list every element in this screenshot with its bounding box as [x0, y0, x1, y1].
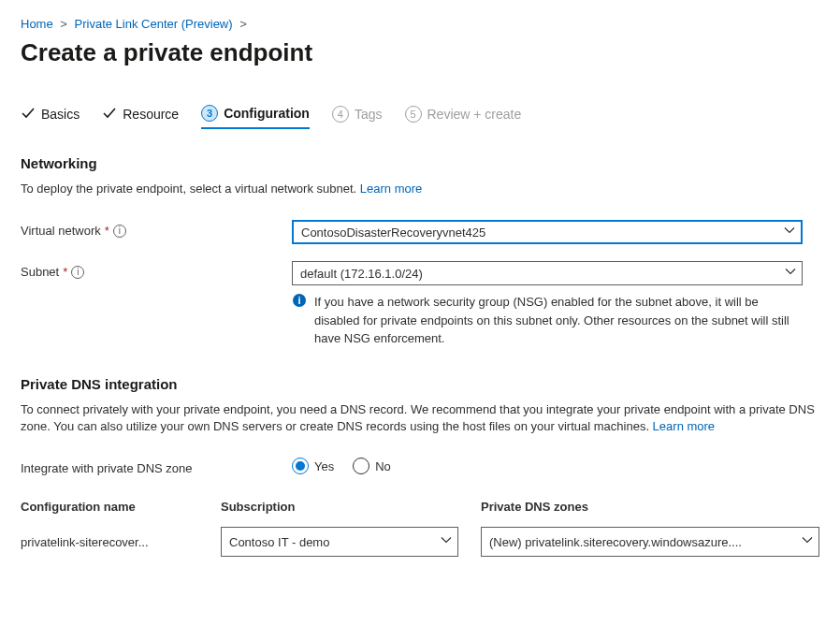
integrate-dns-label: Integrate with private DNS zone — [21, 458, 292, 475]
step-configuration[interactable]: 3 Configuration — [201, 105, 310, 129]
nsg-note: i If you have a network security group (… — [292, 293, 803, 348]
integrate-dns-no[interactable]: No — [353, 458, 391, 474]
page-title: Create a private endpoint — [21, 38, 819, 67]
virtual-network-row: Virtual network * i ContosoDisasterRecov… — [21, 220, 819, 244]
chevron-down-icon — [802, 535, 813, 549]
col-private-dns-zones: Private DNS zones — [481, 500, 819, 514]
chevron-right-icon: > — [60, 17, 67, 31]
chevron-down-icon — [441, 535, 452, 549]
step-label: Basics — [41, 107, 80, 122]
integrate-dns-row: Integrate with private DNS zone Yes No — [21, 458, 819, 475]
dns-zone-select[interactable]: (New) privatelink.siterecovery.windowsaz… — [481, 527, 819, 557]
step-basics[interactable]: Basics — [21, 106, 80, 129]
virtual-network-select[interactable]: ContosoDisasterRecoveryvnet425 — [292, 220, 803, 244]
step-resource[interactable]: Resource — [102, 106, 179, 129]
subnet-row: Subnet * i default (172.16.1.0/24) i If … — [21, 261, 819, 348]
step-number-icon: 3 — [201, 105, 218, 122]
breadcrumb: Home > Private Link Center (Preview) > — [21, 17, 819, 31]
col-configuration-name: Configuration name — [21, 500, 221, 514]
subnet-label: Subnet * i — [21, 261, 292, 279]
step-number-icon: 5 — [405, 106, 422, 123]
radio-icon — [353, 458, 369, 474]
table-row: privatelink-siterecover... Contoso IT - … — [21, 521, 819, 562]
dns-description: To connect privately with your private e… — [21, 401, 819, 435]
dns-zones-table: Configuration name Subscription Private … — [21, 492, 819, 562]
radio-icon — [292, 458, 309, 474]
required-mark: * — [63, 265, 67, 279]
networking-description: To deploy the private endpoint, select a… — [21, 181, 819, 197]
svg-text:i: i — [297, 295, 300, 306]
info-icon[interactable]: i — [71, 266, 84, 279]
chevron-right-icon: > — [239, 17, 247, 31]
configuration-name-cell: privatelink-siterecover... — [21, 535, 221, 549]
checkmark-icon — [21, 106, 36, 124]
col-subscription: Subscription — [221, 500, 481, 514]
info-icon: i — [292, 293, 307, 308]
breadcrumb-home[interactable]: Home — [21, 17, 53, 31]
wizard-stepper: Basics Resource 3 Configuration 4 Tags 5… — [21, 105, 819, 129]
dns-heading: Private DNS integration — [21, 376, 819, 392]
chevron-down-icon — [785, 267, 796, 281]
subscription-select[interactable]: Contoso IT - demo — [221, 527, 458, 557]
step-label: Tags — [355, 107, 383, 122]
step-tags[interactable]: 4 Tags — [332, 106, 383, 128]
select-value: ContosoDisasterRecoveryvnet425 — [301, 225, 485, 240]
required-mark: * — [105, 224, 109, 238]
checkmark-icon — [102, 106, 117, 124]
radio-label: No — [375, 459, 391, 473]
networking-heading: Networking — [21, 155, 819, 171]
breadcrumb-private-link-center[interactable]: Private Link Center (Preview) — [75, 17, 233, 31]
nsg-note-text: If you have a network security group (NS… — [314, 293, 803, 348]
info-icon[interactable]: i — [113, 225, 126, 238]
step-review-create[interactable]: 5 Review + create — [405, 106, 522, 128]
select-value: default (172.16.1.0/24) — [300, 267, 423, 281]
step-label: Review + create — [427, 107, 522, 122]
table-header: Configuration name Subscription Private … — [21, 492, 819, 521]
radio-label: Yes — [314, 459, 334, 473]
step-number-icon: 4 — [332, 106, 349, 123]
learn-more-link[interactable]: Learn more — [653, 419, 715, 433]
virtual-network-label: Virtual network * i — [21, 220, 292, 238]
step-label: Resource — [123, 107, 179, 122]
integrate-dns-yes[interactable]: Yes — [292, 458, 334, 474]
chevron-down-icon — [784, 225, 795, 240]
select-value: Contoso IT - demo — [229, 535, 329, 549]
subnet-select[interactable]: default (172.16.1.0/24) — [292, 261, 803, 285]
select-value: (New) privatelink.siterecovery.windowsaz… — [489, 535, 742, 549]
step-label: Configuration — [224, 106, 310, 121]
learn-more-link[interactable]: Learn more — [360, 182, 422, 196]
